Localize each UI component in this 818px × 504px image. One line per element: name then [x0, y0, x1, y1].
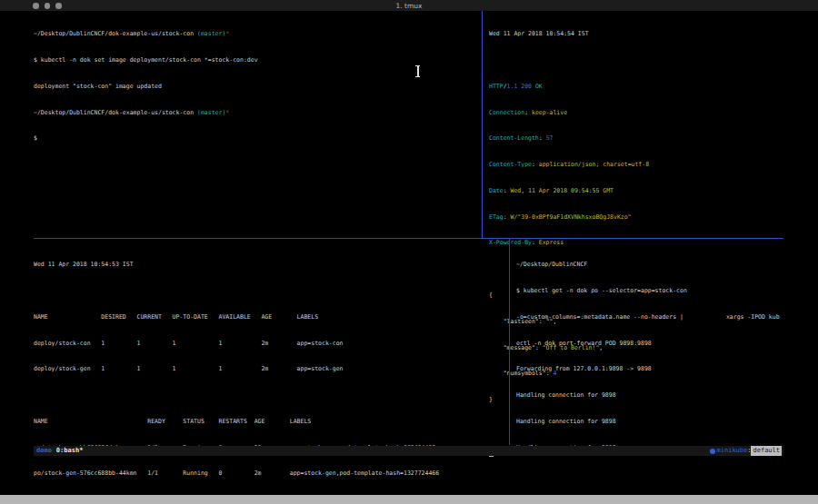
desktop-edge	[0, 495, 818, 504]
window-tab[interactable]: 0:bash*	[56, 447, 84, 454]
output-line: Forwarding from 127.0.0.1:9898 -> 9898	[516, 365, 783, 374]
prompt-line: ~/Desktop/DublinCNCF/dok-example-us/stoc…	[34, 109, 479, 118]
prompt-path: ~/Desktop/DublinCNCF/dok-example-us/stoc…	[34, 30, 194, 37]
status-bar-left: demo0:bash*	[36, 446, 83, 456]
session-name: demo	[36, 447, 52, 454]
mouse-cursor-ibeam	[414, 64, 421, 78]
git-dirty-flag: *	[225, 30, 229, 37]
pane-divider-vertical-bottom[interactable]	[509, 239, 510, 445]
http-reason: OK	[532, 83, 543, 90]
command-line: $ kubectl get -n dok po --selector=app=s…	[516, 287, 783, 296]
git-dirty-flag: *	[225, 109, 229, 116]
kubernetes-helm-icon	[710, 449, 715, 454]
output-line: Handling connection for 9898	[516, 418, 783, 427]
http-proto: HTTP	[489, 83, 504, 90]
timestamp: Wed 11 Apr 2018 10:54:53 IST	[34, 261, 506, 270]
pane-top-left-shell[interactable]: ~/Desktop/DublinCNCF/dok-example-us/stoc…	[34, 13, 479, 153]
prompt-line: ~/Desktop/DublinCNCF/dok-example-us/stoc…	[34, 30, 479, 39]
http-header-line: Connection: keep-alive	[489, 109, 783, 118]
pane-divider-vertical-top[interactable]	[482, 11, 483, 239]
deployments-table-row: deploy/stock-con 1 1 1 1 2m app=stock-co…	[34, 340, 506, 349]
status-bar-right: minikube:default	[710, 446, 782, 456]
git-branch: (master)	[194, 109, 225, 116]
prompt-path: ~/Desktop/DublinCNCF	[516, 261, 783, 270]
deployments-table-row: deploy/stock-gen 1 1 1 1 2m app=stock-ge…	[34, 365, 506, 374]
pane-divider-horizontal-left[interactable]	[34, 238, 482, 239]
pane-divider-horizontal-right[interactable]	[482, 238, 783, 239]
prompt-symbol: $	[34, 134, 479, 143]
kube-context: minikube	[717, 446, 748, 456]
window-title: 1. tmux	[0, 2, 818, 10]
command-line: $ kubectl -n dok set image deployment/st…	[34, 56, 479, 65]
tmux-status-bar: demo0:bash* minikube:default	[34, 446, 783, 456]
kube-namespace: default	[751, 446, 782, 456]
timestamp: Wed 11 Apr 2018 10:54:54 IST	[489, 30, 783, 39]
output-line: Handling connection for 9898	[516, 391, 783, 400]
git-branch: (master)	[194, 30, 225, 37]
pane-bottom-right-portforward[interactable]: ~/Desktop/DublinCNCF $ kubectl get -n do…	[516, 243, 783, 461]
pods-table-row: po/stock-gen-576cc688bb-44kmn 1/1 Runnin…	[34, 469, 506, 479]
pane-bottom-left-kubectl[interactable]: Wed 11 Apr 2018 10:54:53 IST NAME DESIRE…	[34, 243, 506, 504]
http-header-line: Content-Type: application/json; charset=…	[489, 161, 783, 170]
command-line-wrap: ectl -n dok port-forward POD 9898:9898	[516, 340, 783, 349]
http-header-line: ETag: W/"39-0xBPf9aF1dXVNkhsxoBQgJ8vKzo"	[489, 213, 783, 222]
pods-table-header: NAME READY STATUS RESTARTS AGE LABELS	[34, 418, 506, 427]
window-titlebar: 1. tmux	[0, 0, 818, 11]
prompt-path: ~/Desktop/DublinCNCF/dok-example-us/stoc…	[34, 109, 194, 116]
http-header-line: Content-Length: 57	[489, 134, 783, 143]
http-version-code: 1.1 200	[507, 83, 532, 90]
deployments-table-header: NAME DESIRED CURRENT UP-TO-DATE AVAILABL…	[34, 313, 506, 322]
command-line-wrap: -o=custom-columns=:metadata.name --no-he…	[516, 313, 783, 322]
http-header-line: Date: Wed, 11 Apr 2018 09:54:55 GMT	[489, 187, 783, 196]
command-output: deployment "stock-con" image updated	[34, 83, 479, 92]
http-status-line: HTTP/1.1 200OK	[489, 83, 783, 92]
